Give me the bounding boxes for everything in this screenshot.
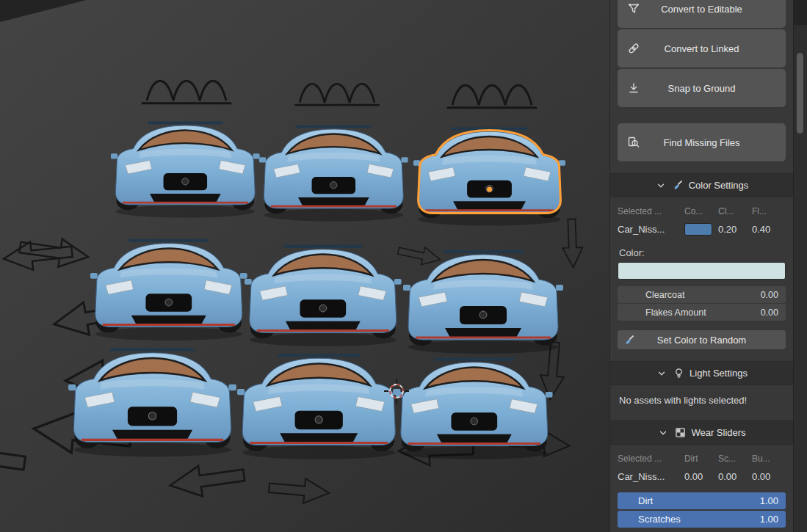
snap-to-ground-button[interactable]: Snap to Ground	[618, 69, 786, 107]
light-settings-header[interactable]: Light Settings	[610, 361, 793, 385]
chevron-down-icon	[656, 368, 667, 379]
wear-sliders-title: Wear Sliders	[691, 427, 745, 438]
set-color-random-button[interactable]: Set Color to Random	[618, 330, 786, 349]
color-settings-title: Color Settings	[689, 180, 749, 191]
object-origin-dot	[487, 187, 492, 192]
column-color: Co...	[684, 206, 718, 216]
scratches-slider[interactable]: Scratches 1.00	[618, 511, 786, 528]
wear-row: Car_Niss... 0.00 0.00 0.00	[618, 468, 786, 484]
car-asset-r3c2[interactable]	[237, 355, 400, 459]
paint-brush-icon	[672, 180, 684, 192]
light-settings-title: Light Settings	[690, 368, 748, 379]
wireframe-empty	[294, 84, 380, 105]
convert-to-linked-button[interactable]: Convert to Linked	[618, 29, 786, 68]
convert-to-linked-label: Convert to Linked	[618, 43, 786, 54]
color-picker-field[interactable]	[618, 262, 786, 280]
flakes-cell[interactable]: 0.40	[752, 224, 786, 235]
car-asset-r1c2[interactable]	[259, 126, 408, 221]
scrollbar-thumb[interactable]	[797, 53, 803, 134]
asset-name: Car_Niss...	[618, 471, 684, 482]
clearcoat-slider-value: 0.00	[761, 290, 778, 300]
column-dirt: Dirt	[684, 453, 718, 464]
car-asset-selected[interactable]	[413, 129, 565, 226]
column-selected: Selected ...	[618, 206, 684, 216]
snap-to-ground-label: Snap to Ground	[618, 83, 786, 94]
dirt-slider-value: 1.00	[760, 495, 778, 506]
dirt-cell[interactable]: 0.00	[684, 471, 718, 482]
color-settings-header[interactable]: Color Settings	[610, 173, 793, 197]
chevron-down-icon	[657, 427, 669, 439]
flakes-amount-slider-label: Flakes Amount	[625, 307, 761, 318]
color-swatch[interactable]	[684, 223, 712, 236]
column-scratches: Sc...	[718, 453, 752, 464]
column-bumps: Bu...	[752, 453, 786, 464]
dirt-slider[interactable]: Dirt 1.00	[618, 492, 786, 509]
wireframe-empty	[447, 85, 537, 108]
bumps-cell[interactable]: 0.00	[752, 471, 786, 482]
car-asset-r2c1[interactable]	[90, 241, 247, 340]
flakes-amount-slider-value: 0.00	[761, 307, 778, 318]
flakes-amount-slider[interactable]: Flakes Amount 0.00	[618, 304, 786, 321]
color-settings-column-headers: Selected ... Co... Cl... Fl...	[618, 206, 786, 216]
car-asset-r1c1[interactable]	[111, 123, 260, 217]
scratches-slider-label: Scratches	[625, 514, 760, 525]
convert-to-editable-label: Convert to Editable	[618, 4, 786, 15]
column-flakes: Fl...	[752, 206, 786, 216]
chevron-down-icon	[655, 180, 667, 192]
link-icon	[627, 42, 640, 55]
car-asset-r2c3[interactable]	[403, 252, 563, 354]
color-settings-row: Car_Niss... 0.20 0.40	[618, 221, 786, 237]
find-missing-files-label: Find Missing Files	[618, 137, 786, 148]
asset-tools-panel: Convert to Editable Convert to Linked Sn…	[609, 0, 793, 532]
set-color-random-label: Set Color to Random	[618, 335, 786, 346]
panel-corner-shade	[794, 0, 807, 25]
convert-to-editable-icon	[627, 2, 640, 15]
app-window: Convert to Editable Convert to Linked Sn…	[0, 0, 807, 532]
scratches-cell[interactable]: 0.00	[718, 471, 752, 482]
viewport-3d[interactable]	[0, 0, 609, 532]
wear-sliders-header[interactable]: Wear Sliders	[610, 420, 793, 445]
scene-canvas[interactable]	[0, 0, 609, 532]
wireframe-empty	[142, 81, 231, 103]
column-clearcoat: Cl...	[718, 206, 752, 216]
scratches-slider-value: 1.00	[760, 514, 778, 525]
find-missing-files-icon	[627, 136, 640, 149]
color-field-label: Color:	[619, 247, 784, 258]
wear-column-headers: Selected ... Dirt Sc... Bu...	[618, 453, 786, 464]
viewport-corner-shade	[0, 0, 87, 22]
sidebar-scrollbar[interactable]	[793, 0, 807, 532]
dirt-slider-label: Dirt	[625, 495, 760, 506]
paint-brush-icon	[623, 334, 635, 346]
convert-to-editable-button[interactable]: Convert to Editable	[618, 0, 786, 28]
find-missing-files-button[interactable]: Find Missing Files	[618, 123, 786, 161]
clearcoat-slider-label: Clearcoat	[625, 290, 761, 300]
asset-name: Car_Niss...	[618, 224, 684, 235]
texture-checker-icon	[674, 427, 686, 439]
car-asset-r3c3[interactable]	[396, 360, 553, 459]
car-asset-r2c2[interactable]	[245, 247, 402, 346]
clearcoat-cell[interactable]: 0.20	[718, 224, 752, 235]
column-selected: Selected ...	[618, 453, 684, 464]
lights-empty-message: No assets with lights selected!	[619, 395, 784, 406]
clearcoat-slider[interactable]: Clearcoat 0.00	[618, 286, 786, 303]
snap-to-ground-icon	[627, 81, 640, 95]
light-bulb-icon	[673, 368, 684, 379]
